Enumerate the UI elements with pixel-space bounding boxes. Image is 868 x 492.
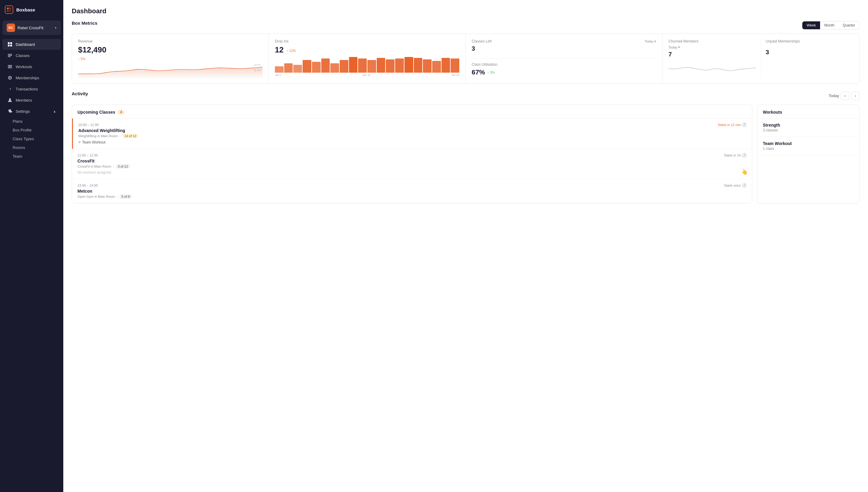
next-day-button[interactable]: › xyxy=(851,92,860,100)
workout-classes-1: 3 classes xyxy=(763,128,854,132)
bar-label-jan10: Jan 10 xyxy=(362,74,371,77)
metric-churned-combined: Churned Members Today ▾ 7 xyxy=(662,34,859,83)
memberships-icon xyxy=(7,75,12,80)
sidebar-item-workouts[interactable]: Workouts xyxy=(2,61,61,72)
svg-rect-0 xyxy=(7,7,9,9)
page-header: Dashboard xyxy=(63,0,868,15)
sidebar-item-box-profile[interactable]: Box Profile xyxy=(12,126,63,134)
class-item-1[interactable]: 10:00 – 11:00 Starts in 12 min 🕐 Advance… xyxy=(72,119,752,149)
metric-dropins: Drop Ins 12 ↑ 12% xyxy=(269,34,466,83)
class-time-3: 13:00 – 14:00 Starts soon 🕑 xyxy=(77,183,746,188)
classes-icon xyxy=(7,53,12,58)
workouts-card: Workouts Strength 3 classes Team Workout… xyxy=(757,105,860,203)
upcoming-classes-header: Upcoming Classes 4 xyxy=(72,105,752,119)
metrics-header: Box Metrics Week Month Quarter xyxy=(72,21,860,30)
chevron-down-icon: ▾ xyxy=(55,26,57,30)
svg-rect-10 xyxy=(8,56,10,57)
svg-rect-7 xyxy=(10,45,12,46)
svg-rect-8 xyxy=(8,54,12,54)
sidebar-item-dashboard[interactable]: Dashboard xyxy=(2,39,61,50)
metric-dropins-change: ↑ 12% xyxy=(287,49,296,52)
prev-day-button[interactable]: ‹ xyxy=(841,92,849,100)
sidebar-item-label: Settings xyxy=(16,109,30,114)
utilisation-change: ↑ 3% xyxy=(487,71,494,74)
sidebar-item-label: Memberships xyxy=(16,76,39,80)
metric-classes-combined: Classes Left Today ▾ 3 Class Utilisation xyxy=(466,34,662,83)
workout-name-1: Strength xyxy=(763,123,854,127)
sidebar-item-label: Classes xyxy=(16,53,29,58)
revenue-chart: 20 10 xyxy=(78,63,262,78)
metric-classes-left: Classes Left Today ▾ 3 xyxy=(472,39,656,59)
sidebar: Boxbase RC Rebel CrossFit ▾ Dashboard Cl… xyxy=(0,0,63,492)
workout-item-2[interactable]: Team Workout 1 class xyxy=(758,137,859,155)
svg-text:10: 10 xyxy=(253,70,261,72)
class-meta-2: CrossFit in Main Room · 3 of 12 xyxy=(77,164,746,169)
metric-revenue-value: $12,490 xyxy=(78,45,262,54)
metric-unpaid: Unpaid Memberships 3 xyxy=(761,39,853,78)
upcoming-classes-card: Upcoming Classes 4 10:00 – 11:00 Starts … xyxy=(72,105,752,203)
svg-rect-12 xyxy=(8,66,12,67)
svg-text:20: 20 xyxy=(253,64,261,66)
class-name-2: CrossFit xyxy=(77,158,746,164)
activity-header: Activity Today ‹ › xyxy=(72,91,860,100)
churned-value: 7 xyxy=(668,51,756,58)
classes-today-label: Today ▾ xyxy=(645,40,656,43)
dashboard-icon xyxy=(7,42,12,47)
sidebar-item-label: Transactions xyxy=(16,87,38,91)
svg-rect-3 xyxy=(9,10,11,12)
svg-rect-9 xyxy=(8,55,12,56)
sidebar-item-label: Workouts xyxy=(16,65,32,69)
settings-icon xyxy=(7,108,12,114)
class-starts-2: Starts in 1h 🕑 xyxy=(724,153,746,157)
sidebar-item-settings[interactable]: Settings ▲ xyxy=(2,106,61,117)
clock-icon-3: 🕑 xyxy=(742,183,746,188)
class-meta-3: Open Gym in Main Room · 5 of 8 xyxy=(77,194,746,199)
sidebar-item-class-types[interactable]: Class Types xyxy=(12,134,63,143)
metric-class-utilisation: Class Utilisation 67% ↑ 3% xyxy=(472,59,656,78)
org-name: Rebel CrossFit xyxy=(18,26,52,30)
class-time-2: 11:00 – 12:30 Starts in 1h 🕑 xyxy=(77,153,746,157)
sidebar-item-plans[interactable]: Plans xyxy=(12,117,63,126)
capacity-badge-1: 14 of 12 xyxy=(122,134,138,138)
sidebar-item-rooms[interactable]: Rooms xyxy=(12,143,63,152)
svg-rect-5 xyxy=(10,42,12,44)
clock-icon-2: 🕑 xyxy=(742,153,746,157)
logo-icon xyxy=(5,5,13,14)
class-time-1: 10:00 – 11:00 Starts in 12 min 🕐 xyxy=(78,123,746,127)
members-icon xyxy=(7,97,12,103)
metric-revenue: Revenue $12,490 ↓ 5% xyxy=(72,34,269,83)
sidebar-item-transactions[interactable]: Transactions xyxy=(2,83,61,94)
classes-left-value: 3 xyxy=(472,45,656,52)
metric-revenue-change: ↓ 5% xyxy=(78,57,85,60)
activity-date: Today xyxy=(828,94,839,98)
metrics-section-title: Box Metrics xyxy=(72,21,97,26)
class-item-2[interactable]: 11:00 – 12:30 Starts in 1h 🕑 CrossFit Cr… xyxy=(72,149,752,179)
workouts-header: Workouts xyxy=(758,105,859,119)
class-starts-1: Starts in 12 min 🕐 xyxy=(718,123,746,127)
workout-tag-1: ≡ Team Workout xyxy=(78,140,746,144)
metric-churned: Churned Members Today ▾ 7 xyxy=(668,39,761,78)
svg-rect-1 xyxy=(9,7,11,9)
capacity-badge-3: 5 of 8 xyxy=(119,194,132,199)
sidebar-item-team[interactable]: Team xyxy=(12,152,63,161)
bar-label-jan1: Jan 1 xyxy=(275,74,281,77)
class-meta-1: Weightlifting in Main Room · 14 of 12 xyxy=(78,134,746,138)
upcoming-classes-count: 4 xyxy=(118,110,125,115)
time-btn-week[interactable]: Week xyxy=(802,21,820,29)
class-item-3[interactable]: 13:00 – 14:00 Starts soon 🕑 Metcon Open … xyxy=(72,179,752,203)
org-selector[interactable]: RC Rebel CrossFit ▾ xyxy=(2,21,61,35)
sidebar-item-memberships[interactable]: Memberships xyxy=(2,72,61,83)
clock-icon: 🕐 xyxy=(742,123,746,127)
activity-section-title: Activity xyxy=(72,91,88,96)
unpaid-value: 3 xyxy=(766,49,853,56)
sidebar-item-label: Members xyxy=(16,98,32,102)
workout-classes-2: 1 class xyxy=(763,147,854,151)
sidebar-item-classes[interactable]: Classes xyxy=(2,50,61,61)
svg-point-16 xyxy=(9,98,11,100)
main-content: Dashboard Box Metrics Week Month Quarter… xyxy=(63,0,868,492)
sidebar-item-members[interactable]: Members xyxy=(2,95,61,105)
time-btn-quarter[interactable]: Quarter xyxy=(839,21,859,29)
workout-item-1[interactable]: Strength 3 classes xyxy=(758,119,859,137)
dropins-bar-chart: Jan 1 Jan 10 Jan 20 xyxy=(275,57,459,77)
time-btn-month[interactable]: Month xyxy=(820,21,839,29)
